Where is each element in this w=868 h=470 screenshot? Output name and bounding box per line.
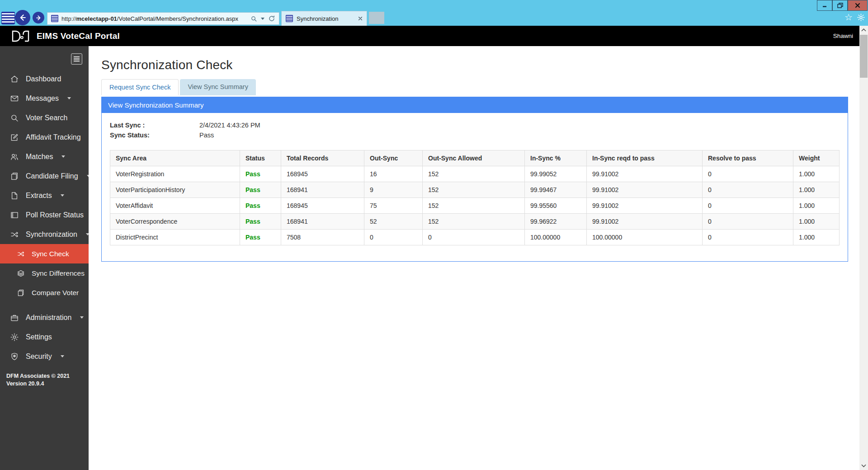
chevron-down-icon bbox=[61, 155, 65, 158]
table-header-cell: Weight bbox=[793, 150, 840, 166]
sidebar-item-messages[interactable]: Messages bbox=[0, 89, 89, 108]
sidebar-item-synchronization[interactable]: Synchronization bbox=[0, 225, 89, 244]
browser-back-button[interactable] bbox=[15, 10, 30, 25]
sidebar-item-label: Security bbox=[26, 352, 52, 361]
shuffle-icon bbox=[17, 250, 25, 258]
last-sync-label: Last Sync : bbox=[110, 121, 199, 131]
table-header-cell: In-Sync reqd to pass bbox=[587, 150, 703, 166]
search-icon bbox=[10, 113, 19, 122]
window-close-button[interactable] bbox=[848, 0, 868, 11]
home-icon bbox=[10, 75, 19, 84]
table-cell: 1.000 bbox=[793, 214, 840, 230]
tab-close-icon[interactable] bbox=[358, 16, 363, 21]
sidebar-item-voter-search[interactable]: Voter Search bbox=[0, 108, 89, 127]
table-cell: 152 bbox=[423, 214, 525, 230]
tab-title: Synchronization bbox=[297, 15, 354, 22]
sidebar-item-dashboard[interactable]: Dashboard bbox=[0, 69, 89, 89]
table-cell: 152 bbox=[423, 198, 525, 214]
sidebar-item-label: Sync Differences bbox=[32, 269, 85, 277]
favorites-star-icon[interactable]: ☆ bbox=[844, 13, 853, 22]
sidebar-item-sync-differences[interactable]: Sync Differences bbox=[0, 263, 89, 283]
table-cell: 75 bbox=[364, 198, 423, 214]
sidebar-footer: DFM Associates © 2021 Version 20.9.4 bbox=[6, 372, 70, 388]
sidebar-toggle-button[interactable] bbox=[71, 53, 82, 65]
sidebar-item-label: Affidavit Tracking bbox=[26, 133, 81, 141]
browser-tab-synchronization[interactable]: Synchronization bbox=[281, 11, 367, 26]
table-cell: Pass bbox=[240, 166, 281, 182]
table-header-cell: Out-Sync Allowed bbox=[423, 150, 525, 166]
tab-request-sync-check[interactable]: Request Sync Check bbox=[101, 79, 179, 95]
new-tab-button[interactable] bbox=[369, 12, 384, 24]
sidebar-item-poll-roster-status[interactable]: Poll Roster Status bbox=[0, 205, 89, 225]
table-cell: Pass bbox=[240, 198, 281, 214]
table-cell: Pass bbox=[240, 230, 281, 245]
sync-table-body: VoterRegistrationPass1689451615299.99052… bbox=[110, 166, 840, 245]
table-cell: 168941 bbox=[281, 182, 364, 198]
sidebar-item-settings[interactable]: Settings bbox=[0, 327, 89, 347]
edit-square-icon bbox=[10, 133, 19, 142]
table-row: DistrictPrecinctPass750800100.00000100.0… bbox=[110, 230, 840, 245]
url-text: http://mcelectapp-01/VoteCalPortal/Membe… bbox=[61, 15, 247, 22]
table-header-cell: In-Sync % bbox=[525, 150, 587, 166]
refresh-icon[interactable] bbox=[268, 15, 275, 22]
browser-chrome: http://mcelectapp-01/VoteCalPortal/Membe… bbox=[0, 0, 868, 26]
last-sync-value: 2/4/2021 4:43:26 PM bbox=[199, 121, 260, 131]
search-icon[interactable] bbox=[250, 15, 257, 22]
chevron-up-icon bbox=[861, 28, 866, 32]
sidebar-item-compare-voter[interactable]: Compare Voter bbox=[0, 283, 89, 302]
vertical-scrollbar[interactable] bbox=[859, 26, 868, 470]
scroll-up-button[interactable] bbox=[859, 26, 868, 34]
users-icon bbox=[10, 152, 19, 161]
close-icon bbox=[855, 3, 860, 8]
sync-table: Sync AreaStatusTotal RecordsOut-SyncOut-… bbox=[110, 150, 840, 245]
arrow-right-icon bbox=[35, 14, 42, 21]
tab-bar: Request Sync Check View Sync Summary bbox=[101, 79, 848, 95]
envelope-icon bbox=[10, 94, 19, 103]
scrollbar-thumb[interactable] bbox=[860, 35, 868, 78]
minimize-icon bbox=[822, 3, 827, 8]
page-favicon-icon bbox=[51, 15, 58, 22]
table-cell: 100.00000 bbox=[525, 230, 587, 245]
sidebar-item-label: Candidate Filing bbox=[26, 172, 78, 180]
chevron-down-icon bbox=[67, 97, 71, 99]
sidebar-item-label: Settings bbox=[26, 333, 52, 341]
roster-icon bbox=[10, 211, 19, 220]
sidebar-item-matches[interactable]: Matches bbox=[0, 147, 89, 166]
table-row: VoterAffidavitPass1689457515299.9556099.… bbox=[110, 198, 840, 214]
sidebar-item-sync-check[interactable]: Sync Check bbox=[0, 244, 89, 263]
search-options-caret-icon[interactable] bbox=[261, 18, 264, 20]
table-cell: VoterRegistration bbox=[110, 166, 240, 182]
sidebar-item-extracts[interactable]: Extracts bbox=[0, 186, 89, 205]
sidebar-item-security[interactable]: Security bbox=[0, 347, 89, 366]
sidebar-item-administration[interactable]: Administration bbox=[0, 308, 89, 327]
browser-settings-gear-icon[interactable] bbox=[857, 13, 865, 22]
user-menu[interactable]: Shawni bbox=[833, 33, 853, 39]
scroll-down-button[interactable] bbox=[859, 461, 868, 470]
panel-body: Last Sync : 2/4/2021 4:43:26 PM Sync Sta… bbox=[102, 113, 848, 261]
sidebar-item-label: Messages bbox=[26, 94, 59, 103]
sync-table-head: Sync AreaStatusTotal RecordsOut-SyncOut-… bbox=[110, 150, 840, 166]
sidebar-item-affidavit-tracking[interactable]: Affidavit Tracking bbox=[0, 127, 89, 147]
table-cell: 99.91002 bbox=[587, 182, 703, 198]
table-cell: 168945 bbox=[281, 198, 364, 214]
table-header-cell: Total Records bbox=[281, 150, 364, 166]
sidebar-item-candidate-filing[interactable]: Candidate Filing bbox=[0, 166, 89, 186]
tab-view-sync-summary[interactable]: View Sync Summary bbox=[180, 79, 256, 95]
window-minimize-button[interactable] bbox=[817, 0, 832, 11]
table-cell: 168941 bbox=[281, 214, 364, 230]
table-cell: 99.91002 bbox=[587, 198, 703, 214]
tab-favicon-icon bbox=[286, 15, 293, 22]
browser-forward-button[interactable] bbox=[33, 12, 44, 24]
sync-summary-panel: View Synchronization Summary Last Sync :… bbox=[101, 97, 848, 262]
window-restore-button[interactable] bbox=[832, 0, 848, 11]
table-cell: 99.91002 bbox=[587, 166, 703, 182]
table-cell: 99.99052 bbox=[525, 166, 587, 182]
table-cell: 1.000 bbox=[793, 230, 840, 245]
address-bar[interactable]: http://mcelectapp-01/VoteCalPortal/Membe… bbox=[47, 12, 279, 25]
table-row: VoterRegistrationPass1689451615299.99052… bbox=[110, 166, 840, 182]
table-cell: 0 bbox=[703, 182, 793, 198]
table-row: VoterCorrespondencePass1689415215299.969… bbox=[110, 214, 840, 230]
table-cell: 1.000 bbox=[793, 182, 840, 198]
layers-icon bbox=[17, 269, 25, 277]
table-header-cell: Sync Area bbox=[110, 150, 240, 166]
